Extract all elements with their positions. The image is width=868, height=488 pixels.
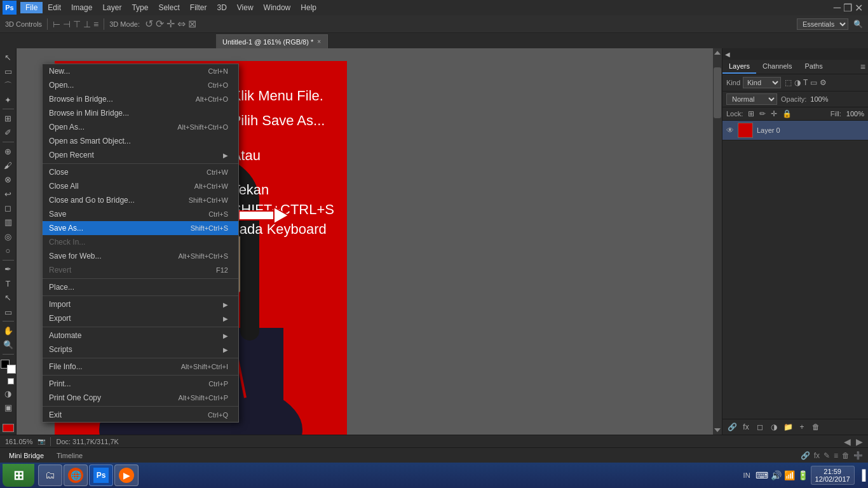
zoom-tool[interactable]: 🔍: [1, 339, 15, 351]
pen-tool[interactable]: ✒: [1, 263, 15, 276]
menu-window[interactable]: Window: [259, 2, 296, 13]
filter-smart-icon[interactable]: ⚙: [820, 78, 827, 87]
delete-layer-btn[interactable]: 🗑: [810, 421, 822, 433]
menu-item-open-as[interactable]: Open As... Alt+Shift+Ctrl+O: [43, 120, 238, 134]
menu-item-save-as[interactable]: Save As... Shift+Ctrl+S: [43, 221, 238, 235]
network-icon[interactable]: 📶: [784, 470, 795, 480]
lasso-tool[interactable]: ⌒: [1, 79, 15, 92]
menu-layer[interactable]: Layer: [97, 2, 126, 13]
move-tool[interactable]: ↖: [1, 51, 15, 64]
menu-item-file-info[interactable]: File Info... Alt+Shift+Ctrl+I: [43, 360, 238, 374]
filter-type-icon[interactable]: T: [803, 78, 808, 87]
crop-tool[interactable]: ⊞: [1, 112, 15, 125]
tab-channels[interactable]: Channels: [756, 60, 798, 74]
scroll-right-btn[interactable]: ▶: [856, 437, 863, 447]
eyedropper-tool[interactable]: ✐: [1, 126, 15, 139]
bottom-panel-add-icon[interactable]: ➕: [853, 451, 863, 460]
lock-transparent-icon[interactable]: ⊞: [748, 109, 754, 118]
start-button[interactable]: ⊞: [3, 464, 34, 487]
battery-icon[interactable]: 🔋: [797, 470, 808, 480]
taskbar-app-media[interactable]: ▶: [114, 464, 139, 486]
menu-item-save[interactable]: Save Ctrl+S: [43, 207, 238, 221]
menu-item-automate[interactable]: Automate ▶: [43, 329, 238, 342]
bottom-panel-edit-icon[interactable]: ✎: [824, 451, 830, 460]
scroll-up-arrow[interactable]: [714, 51, 721, 55]
menu-help[interactable]: Help: [295, 2, 322, 13]
layer-kind-filter[interactable]: Kind: [743, 77, 781, 88]
align-top-icon[interactable]: ⊥: [83, 19, 91, 29]
menu-item-close-go-bridge[interactable]: Close and Go to Bridge... Shift+Ctrl+W: [43, 193, 238, 207]
align-left-icon[interactable]: ⊢: [53, 19, 60, 29]
background-color[interactable]: [7, 365, 16, 374]
filter-shape-icon[interactable]: ▭: [810, 78, 817, 87]
scroll-left-btn[interactable]: ◀: [844, 437, 851, 447]
menu-item-open-recent[interactable]: Open Recent ▶: [43, 148, 238, 162]
hand-tool[interactable]: ✋: [1, 324, 15, 337]
align-right-icon[interactable]: ⊤: [73, 19, 81, 29]
menu-item-new[interactable]: New... Ctrl+N: [43, 64, 238, 78]
menu-item-import[interactable]: Import ▶: [43, 297, 238, 311]
workspace-dropdown[interactable]: Essentials: [797, 18, 848, 30]
distribute-icon[interactable]: ≡: [93, 19, 98, 29]
menu-item-exit[interactable]: Exit Ctrl+Q: [43, 408, 238, 422]
menu-item-print-one-copy[interactable]: Print One Copy Alt+Shift+Ctrl+P: [43, 391, 238, 405]
menu-file[interactable]: File: [20, 2, 43, 13]
link-layers-btn[interactable]: 🔗: [726, 421, 738, 433]
bottom-tab-timeline[interactable]: Timeline: [53, 452, 86, 459]
taskbar-app-browser[interactable]: 🌐: [64, 464, 88, 486]
filter-pixel-icon[interactable]: ⬚: [785, 78, 792, 87]
scale-icon[interactable]: ⊠: [188, 18, 196, 30]
scroll-down-arrow[interactable]: [714, 428, 721, 432]
lock-brush-icon[interactable]: ✏: [759, 109, 766, 118]
workspace-search-icon[interactable]: 🔍: [853, 20, 863, 29]
layer-item-0[interactable]: 👁 Layer 0: [722, 121, 868, 140]
shape-tool[interactable]: ▭: [1, 306, 15, 318]
vertical-scrollbar[interactable]: [713, 48, 722, 435]
magic-wand-tool[interactable]: ✦: [1, 93, 15, 106]
lock-all-icon[interactable]: 🔒: [782, 109, 792, 118]
tab-paths[interactable]: Paths: [799, 60, 829, 74]
menu-item-save-for-web[interactable]: Save for Web... Alt+Shift+Ctrl+S: [43, 249, 238, 263]
pan-icon[interactable]: ✛: [166, 18, 175, 30]
layer-visibility-eye[interactable]: 👁: [726, 126, 734, 135]
bottom-panel-fx-icon[interactable]: fx: [814, 451, 820, 460]
edit-in-quick-mask[interactable]: ◑: [1, 387, 15, 400]
path-select-tool[interactable]: ↖: [1, 292, 15, 304]
menu-view[interactable]: View: [232, 2, 259, 13]
menu-item-export[interactable]: Export ▶: [43, 311, 238, 325]
keyboard-icon[interactable]: ⌨: [756, 470, 768, 480]
lock-move-icon[interactable]: ✛: [771, 109, 777, 118]
bottom-tab-mini-bridge[interactable]: Mini Bridge: [5, 452, 48, 459]
red-swatch[interactable]: [3, 424, 14, 432]
color-swatch[interactable]: [1, 360, 16, 374]
blur-tool[interactable]: ◎: [1, 230, 15, 243]
menu-item-open-smart-object[interactable]: Open as Smart Object...: [43, 134, 238, 148]
menu-item-close-all[interactable]: Close All Alt+Ctrl+W: [43, 179, 238, 193]
window-minimize[interactable]: ─: [834, 2, 841, 14]
tab-layers[interactable]: Layers: [722, 60, 756, 74]
brush-tool[interactable]: 🖌: [1, 159, 15, 172]
window-restore[interactable]: ❒: [843, 2, 852, 14]
healing-brush-tool[interactable]: ⊕: [1, 145, 15, 158]
menu-item-browse-mini-bridge[interactable]: Browse in Mini Bridge...: [43, 106, 238, 120]
bottom-panel-menu-icon[interactable]: ≡: [834, 451, 838, 460]
new-layer-btn[interactable]: +: [796, 421, 808, 433]
change-screen-mode[interactable]: ▣: [1, 401, 15, 414]
taskbar-app-explorer[interactable]: 🗂: [38, 464, 62, 486]
system-clock[interactable]: 21:59 12/02/2017: [811, 466, 855, 485]
taskbar-app-photoshop[interactable]: Ps: [89, 464, 113, 486]
menu-3d[interactable]: 3D: [212, 2, 231, 13]
menu-select[interactable]: Select: [153, 2, 184, 13]
add-adjustment-btn[interactable]: ◑: [768, 421, 780, 433]
menu-item-scripts[interactable]: Scripts ▶: [43, 342, 238, 356]
window-close[interactable]: ✕: [855, 2, 863, 14]
clone-stamp-tool[interactable]: ⊗: [1, 173, 15, 186]
add-style-btn[interactable]: fx: [740, 421, 752, 433]
panel-collapse-btn[interactable]: ◀: [722, 48, 868, 60]
tab-close-btn[interactable]: ×: [317, 38, 321, 45]
menu-image[interactable]: Image: [66, 2, 97, 13]
menu-item-print[interactable]: Print... Ctrl+P: [43, 377, 238, 391]
rotate-icon[interactable]: ↺: [145, 18, 153, 30]
align-center-icon[interactable]: ⊣: [63, 19, 71, 29]
gradient-tool[interactable]: ▥: [1, 216, 15, 229]
